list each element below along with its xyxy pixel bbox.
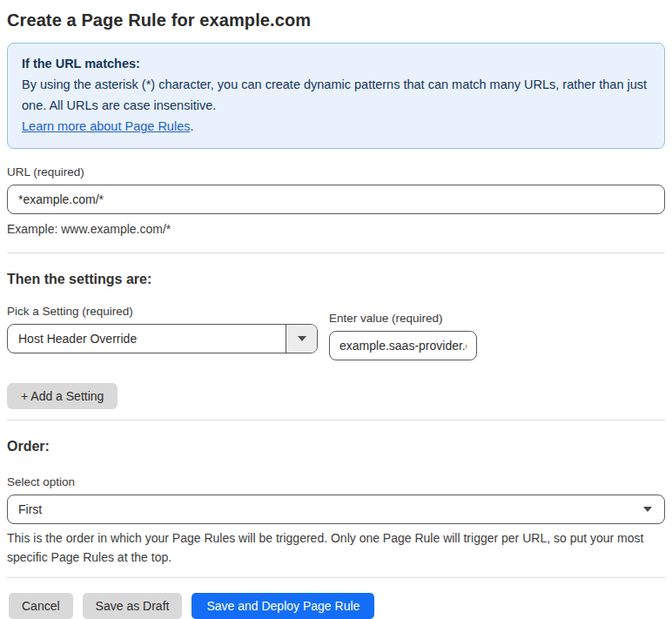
setting-value-label: Enter value (required): [329, 312, 477, 326]
link-suffix: .: [190, 119, 193, 133]
divider: [7, 577, 665, 578]
info-box-heading: If the URL matches:: [22, 53, 650, 74]
setting-select[interactable]: Host Header Override: [7, 324, 318, 353]
create-page-rule-form: Create a Page Rule for example.com If th…: [0, 0, 672, 619]
divider: [7, 252, 665, 253]
order-help-text: This is the order in which your Page Rul…: [7, 528, 665, 567]
info-box-body: By using the asterisk (*) character, you…: [22, 74, 650, 116]
settings-row: Pick a Setting (required) Host Header Ov…: [7, 288, 665, 360]
order-select[interactable]: First: [7, 495, 665, 524]
setting-picker-column: Pick a Setting (required) Host Header Ov…: [7, 288, 318, 353]
order-select-label: Select option: [7, 475, 665, 489]
url-label: URL (required): [7, 165, 665, 179]
setting-select-value: Host Header Override: [8, 325, 286, 353]
add-setting-button[interactable]: + Add a Setting: [7, 383, 118, 409]
cancel-button[interactable]: Cancel: [9, 593, 73, 619]
footer-actions: Cancel Save as Draft Save and Deploy Pag…: [9, 593, 665, 619]
order-heading: Order:: [7, 438, 665, 455]
save-draft-button[interactable]: Save as Draft: [83, 593, 183, 619]
page-title: Create a Page Rule for example.com: [7, 9, 665, 31]
url-match-info-box: If the URL matches: By using the asteris…: [7, 43, 665, 149]
learn-more-link[interactable]: Learn more about Page Rules: [22, 119, 190, 133]
setting-value-input[interactable]: [329, 331, 477, 360]
url-help-text: Example: www.example.com/*: [7, 219, 665, 239]
order-select-arrow: [643, 495, 664, 523]
setting-picker-label: Pick a Setting (required): [7, 305, 318, 319]
order-select-value: First: [8, 495, 643, 523]
url-input[interactable]: [7, 185, 665, 214]
chevron-down-icon: [643, 507, 652, 512]
info-box-link-line: Learn more about Page Rules.: [22, 116, 650, 137]
save-deploy-button[interactable]: Save and Deploy Page Rule: [192, 593, 374, 619]
settings-heading: Then the settings are:: [7, 271, 665, 288]
divider: [7, 420, 665, 421]
setting-select-arrow-box[interactable]: [286, 325, 317, 353]
chevron-down-icon: [298, 336, 306, 341]
setting-value-column: Enter value (required): [329, 295, 477, 360]
